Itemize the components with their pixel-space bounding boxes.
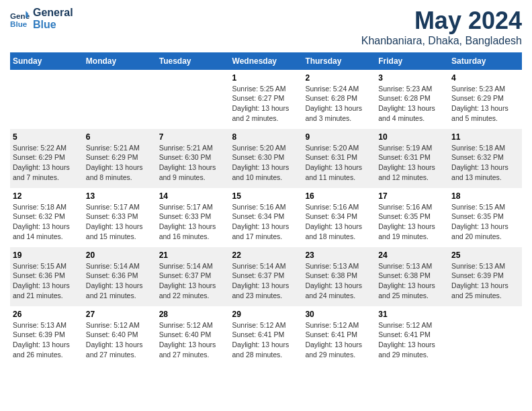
day-info: Sunrise: 5:23 AM Sunset: 6:29 PM Dayligh… — [451, 84, 519, 124]
day-info: Sunrise: 5:16 AM Sunset: 6:34 PM Dayligh… — [305, 202, 373, 242]
day-number: 27 — [86, 309, 154, 320]
day-number: 26 — [13, 309, 81, 320]
calendar-cell: 22Sunrise: 5:14 AM Sunset: 6:37 PM Dayli… — [230, 247, 303, 306]
day-number: 30 — [305, 309, 373, 320]
day-number: 12 — [13, 191, 81, 202]
day-info: Sunrise: 5:17 AM Sunset: 6:33 PM Dayligh… — [159, 202, 227, 242]
day-number: 14 — [159, 191, 227, 202]
calendar-week-row: 26Sunrise: 5:13 AM Sunset: 6:39 PM Dayli… — [10, 306, 522, 365]
day-number: 22 — [232, 250, 300, 261]
calendar-cell: 21Sunrise: 5:14 AM Sunset: 6:37 PM Dayli… — [157, 247, 230, 306]
header-thursday: Thursday — [302, 52, 375, 70]
day-info: Sunrise: 5:21 AM Sunset: 6:29 PM Dayligh… — [86, 143, 154, 183]
calendar-cell: 14Sunrise: 5:17 AM Sunset: 6:33 PM Dayli… — [157, 188, 230, 247]
day-number: 9 — [305, 132, 373, 143]
day-info: Sunrise: 5:15 AM Sunset: 6:35 PM Dayligh… — [451, 202, 519, 242]
calendar-cell: 29Sunrise: 5:12 AM Sunset: 6:41 PM Dayli… — [230, 306, 303, 365]
day-info: Sunrise: 5:24 AM Sunset: 6:28 PM Dayligh… — [305, 84, 373, 124]
calendar-cell: 23Sunrise: 5:13 AM Sunset: 6:38 PM Dayli… — [302, 247, 375, 306]
calendar-cell: 6Sunrise: 5:21 AM Sunset: 6:29 PM Daylig… — [83, 129, 157, 188]
day-number: 15 — [232, 191, 300, 202]
day-info: Sunrise: 5:20 AM Sunset: 6:31 PM Dayligh… — [305, 143, 373, 183]
title-area: May 2024 Khanbaniara, Dhaka, Bangladesh — [361, 7, 522, 47]
logo: General Blue General Blue — [10, 7, 73, 31]
calendar-week-row: 5Sunrise: 5:22 AM Sunset: 6:29 PM Daylig… — [10, 129, 522, 188]
day-info: Sunrise: 5:13 AM Sunset: 6:39 PM Dayligh… — [451, 261, 519, 301]
day-info: Sunrise: 5:22 AM Sunset: 6:29 PM Dayligh… — [13, 143, 81, 183]
calendar-cell: 7Sunrise: 5:21 AM Sunset: 6:30 PM Daylig… — [157, 129, 230, 188]
calendar-cell: 18Sunrise: 5:15 AM Sunset: 6:35 PM Dayli… — [449, 188, 522, 247]
calendar-cell — [157, 70, 230, 129]
calendar-cell: 26Sunrise: 5:13 AM Sunset: 6:39 PM Dayli… — [10, 306, 83, 365]
calendar-cell — [10, 70, 83, 129]
header-monday: Monday — [83, 52, 157, 70]
day-info: Sunrise: 5:20 AM Sunset: 6:30 PM Dayligh… — [232, 143, 300, 183]
day-info: Sunrise: 5:18 AM Sunset: 6:32 PM Dayligh… — [13, 202, 81, 242]
day-number: 23 — [305, 250, 373, 261]
subtitle: Khanbaniara, Dhaka, Bangladesh — [361, 35, 522, 47]
day-info: Sunrise: 5:19 AM Sunset: 6:31 PM Dayligh… — [378, 143, 446, 183]
day-info: Sunrise: 5:23 AM Sunset: 6:28 PM Dayligh… — [378, 84, 446, 124]
day-number: 11 — [451, 132, 519, 143]
day-number: 8 — [232, 132, 300, 143]
day-number: 2 — [305, 73, 373, 84]
logo-general: General — [33, 7, 73, 19]
calendar-cell: 16Sunrise: 5:16 AM Sunset: 6:34 PM Dayli… — [302, 188, 375, 247]
calendar-cell: 24Sunrise: 5:13 AM Sunset: 6:38 PM Dayli… — [375, 247, 449, 306]
day-number: 13 — [86, 191, 154, 202]
calendar-cell: 4Sunrise: 5:23 AM Sunset: 6:29 PM Daylig… — [449, 70, 522, 129]
calendar-cell: 1Sunrise: 5:25 AM Sunset: 6:27 PM Daylig… — [230, 70, 303, 129]
calendar-cell: 20Sunrise: 5:14 AM Sunset: 6:36 PM Dayli… — [83, 247, 157, 306]
day-info: Sunrise: 5:14 AM Sunset: 6:37 PM Dayligh… — [159, 261, 227, 301]
day-info: Sunrise: 5:12 AM Sunset: 6:40 PM Dayligh… — [86, 320, 154, 360]
calendar-cell: 31Sunrise: 5:12 AM Sunset: 6:41 PM Dayli… — [375, 306, 449, 365]
calendar-cell: 3Sunrise: 5:23 AM Sunset: 6:28 PM Daylig… — [375, 70, 449, 129]
calendar-cell: 28Sunrise: 5:12 AM Sunset: 6:40 PM Dayli… — [157, 306, 230, 365]
calendar-cell: 25Sunrise: 5:13 AM Sunset: 6:39 PM Dayli… — [449, 247, 522, 306]
calendar-cell: 11Sunrise: 5:18 AM Sunset: 6:32 PM Dayli… — [449, 129, 522, 188]
day-number: 19 — [13, 250, 81, 261]
calendar-cell: 12Sunrise: 5:18 AM Sunset: 6:32 PM Dayli… — [10, 188, 83, 247]
day-number: 20 — [86, 250, 154, 261]
logo-blue: Blue — [33, 19, 73, 31]
calendar-cell: 19Sunrise: 5:15 AM Sunset: 6:36 PM Dayli… — [10, 247, 83, 306]
day-info: Sunrise: 5:12 AM Sunset: 6:41 PM Dayligh… — [232, 320, 300, 360]
day-info: Sunrise: 5:12 AM Sunset: 6:41 PM Dayligh… — [305, 320, 373, 360]
day-info: Sunrise: 5:13 AM Sunset: 6:38 PM Dayligh… — [305, 261, 373, 301]
day-number: 5 — [13, 132, 81, 143]
calendar-cell — [449, 306, 522, 365]
calendar-cell: 27Sunrise: 5:12 AM Sunset: 6:40 PM Dayli… — [83, 306, 157, 365]
header-wednesday: Wednesday — [230, 52, 303, 70]
calendar-cell: 17Sunrise: 5:16 AM Sunset: 6:35 PM Dayli… — [375, 188, 449, 247]
calendar-table: SundayMondayTuesdayWednesdayThursdayFrid… — [10, 52, 522, 365]
header: General Blue General Blue May 2024 Khanb… — [10, 7, 522, 47]
header-sunday: Sunday — [10, 52, 83, 70]
calendar-cell: 2Sunrise: 5:24 AM Sunset: 6:28 PM Daylig… — [302, 70, 375, 129]
day-info: Sunrise: 5:14 AM Sunset: 6:37 PM Dayligh… — [232, 261, 300, 301]
day-number: 7 — [159, 132, 227, 143]
calendar-week-row: 19Sunrise: 5:15 AM Sunset: 6:36 PM Dayli… — [10, 247, 522, 306]
day-number: 4 — [451, 73, 519, 84]
day-info: Sunrise: 5:21 AM Sunset: 6:30 PM Dayligh… — [159, 143, 227, 183]
day-number: 25 — [451, 250, 519, 261]
day-number: 21 — [159, 250, 227, 261]
day-number: 10 — [378, 132, 446, 143]
day-number: 17 — [378, 191, 446, 202]
svg-text:Blue: Blue — [10, 19, 28, 28]
calendar-cell — [83, 70, 157, 129]
calendar-cell: 5Sunrise: 5:22 AM Sunset: 6:29 PM Daylig… — [10, 129, 83, 188]
day-info: Sunrise: 5:13 AM Sunset: 6:38 PM Dayligh… — [378, 261, 446, 301]
day-number: 31 — [378, 309, 446, 320]
day-info: Sunrise: 5:15 AM Sunset: 6:36 PM Dayligh… — [13, 261, 81, 301]
day-number: 16 — [305, 191, 373, 202]
calendar-header-row: SundayMondayTuesdayWednesdayThursdayFrid… — [10, 52, 522, 70]
calendar-cell: 8Sunrise: 5:20 AM Sunset: 6:30 PM Daylig… — [230, 129, 303, 188]
header-friday: Friday — [375, 52, 449, 70]
calendar-cell: 10Sunrise: 5:19 AM Sunset: 6:31 PM Dayli… — [375, 129, 449, 188]
main-title: May 2024 — [361, 7, 522, 35]
day-number: 3 — [378, 73, 446, 84]
day-info: Sunrise: 5:18 AM Sunset: 6:32 PM Dayligh… — [451, 143, 519, 183]
day-info: Sunrise: 5:16 AM Sunset: 6:35 PM Dayligh… — [378, 202, 446, 242]
calendar-week-row: 12Sunrise: 5:18 AM Sunset: 6:32 PM Dayli… — [10, 188, 522, 247]
calendar-week-row: 1Sunrise: 5:25 AM Sunset: 6:27 PM Daylig… — [10, 70, 522, 129]
